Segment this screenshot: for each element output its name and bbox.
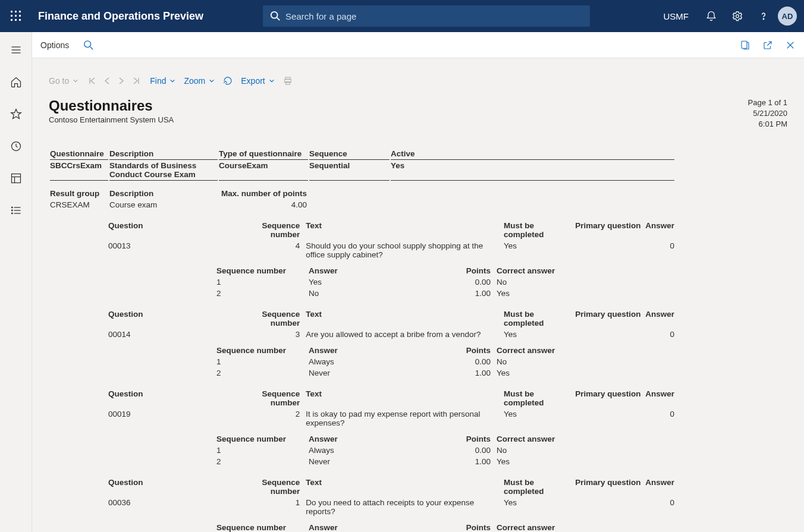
action-bar: Options [32,32,804,58]
q-sequence: Sequential [309,161,390,181]
col-seqno: Sequence number [260,478,304,497]
col-text: Text [306,389,503,408]
notifications-icon[interactable] [699,4,723,28]
top-nav: Finance and Operations Preview USMF AD [0,0,804,32]
search-input[interactable] [285,11,583,21]
question-id: 00019 [108,410,259,429]
svg-point-12 [763,18,764,19]
col-primaryq: Primary question [575,389,644,408]
home-icon[interactable] [4,70,28,94]
question-seq: 4 [260,241,304,260]
answer-points: 0.00 [466,278,491,288]
favorites-icon[interactable] [4,102,28,126]
col-text: Text [306,478,503,497]
answer-seq: 2 [216,369,307,379]
svg-point-25 [11,213,12,214]
answer-text: Always [309,446,464,456]
resgroup-maxpts: 4.00 [219,200,307,210]
svg-line-10 [277,18,280,21]
workspaces-icon[interactable] [4,166,28,190]
attach-icon[interactable] [740,40,750,51]
question-block: Question Sequence number Text Must be co… [107,220,787,300]
answer-seq: 1 [216,357,307,367]
answer-correct: Yes [492,369,565,379]
answer-text: Never [309,369,464,379]
resgroup-row: CRSEXAM Course exam 4.00 [50,200,307,210]
export-dropdown[interactable]: Export [241,76,274,86]
answer-row: 1 Always 0.00 No [216,357,565,367]
col-primaryq: Primary question [575,478,644,497]
col-mustcomplete: Must be completed [504,310,574,329]
prev-page-icon[interactable] [102,77,112,85]
hamburger-icon[interactable] [4,38,28,62]
user-avatar[interactable]: AD [778,7,797,26]
svg-point-23 [11,210,12,211]
answer-text: No [309,289,464,299]
col-answer: Answer [645,310,674,329]
col-answer: Answer [645,389,674,408]
question-block: Question Sequence number Text Must be co… [107,477,787,532]
answer-correct: Yes [492,457,565,467]
next-page-icon[interactable] [117,77,126,85]
questionnaire-row: SBCCrsExam Standards of Business Conduct… [50,161,674,181]
page-search-icon[interactable] [83,40,94,51]
svg-rect-8 [19,19,21,21]
q-active: Yes [391,161,674,181]
print-icon[interactable] [283,76,293,86]
modules-icon[interactable] [4,199,28,222]
answer-correct: No [492,357,565,367]
help-icon[interactable] [752,4,775,28]
global-search[interactable] [263,5,590,27]
svg-rect-2 [19,11,21,12]
close-icon[interactable] [785,40,796,51]
svg-rect-1 [15,11,17,12]
question-block: Question Sequence number Text Must be co… [107,309,787,380]
first-page-icon[interactable] [87,77,98,85]
col-ans-seq: Sequence number [216,435,307,445]
col-ans-seq: Sequence number [216,266,307,276]
zoom-dropdown[interactable]: Zoom [184,76,215,86]
col-question: Question [108,221,259,240]
col-ans-pts: Points [466,346,491,356]
recent-icon[interactable] [4,134,28,158]
goto-dropdown[interactable]: Go to [49,76,78,86]
question-must: Yes [504,410,574,429]
app-launcher-icon[interactable] [0,0,32,32]
answer-row: 1 Yes 0.00 No [216,278,565,288]
col-mustcomplete: Must be completed [504,389,574,408]
app-title: Finance and Operations Preview [38,10,203,23]
zoom-label: Zoom [184,76,205,86]
answer-row: 2 Never 1.00 Yes [216,457,565,467]
report-toolbar: Go to Find Zoom Export [43,76,793,97]
left-rail [0,32,32,532]
question-answer: 0 [645,330,674,340]
options-menu[interactable]: Options [40,40,69,50]
answer-text: Never [309,457,464,467]
chevron-down-icon [209,78,215,84]
find-dropdown[interactable]: Find [150,76,175,86]
answer-seq: 1 [216,446,307,456]
col-text: Text [306,310,503,329]
question-header: Question Sequence number Text Must be co… [108,478,674,497]
col-maxpoints: Max. number of points [219,189,307,199]
col-seqno: Sequence number [260,389,304,408]
answer-points: 1.00 [466,457,491,467]
refresh-icon[interactable] [223,76,233,86]
col-ans-correct: Correct answer [492,266,565,276]
question-id: 00013 [108,241,259,260]
question-must: Yes [504,498,574,517]
answer-correct: Yes [492,289,565,299]
col-seqno: Sequence number [260,310,304,329]
svg-point-9 [271,12,278,18]
answer-text: Yes [309,278,464,288]
settings-icon[interactable] [726,4,749,28]
columns-header: Questionnaire Description Type of questi… [50,149,674,160]
report-title: Questionnaires [49,97,174,114]
last-page-icon[interactable] [131,77,142,85]
answers-header: Sequence number Answer Points Correct an… [216,435,565,445]
company-picker[interactable]: USMF [655,11,698,21]
popout-icon[interactable] [762,40,773,51]
svg-point-21 [11,207,12,208]
goto-label: Go to [49,76,69,86]
svg-rect-18 [11,174,20,183]
